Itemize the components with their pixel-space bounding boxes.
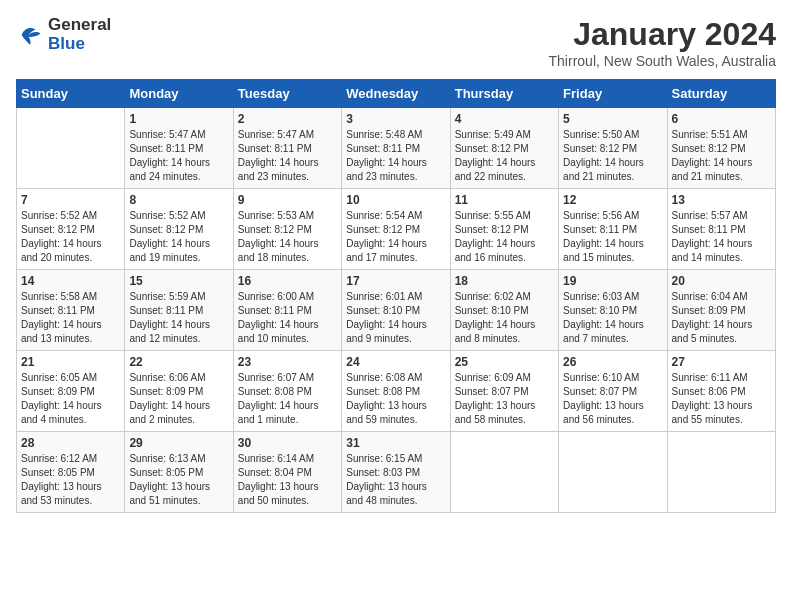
day-info: Sunrise: 6:05 AM Sunset: 8:09 PM Dayligh… xyxy=(21,371,120,427)
day-number: 11 xyxy=(455,193,554,207)
calendar-cell: 2Sunrise: 5:47 AM Sunset: 8:11 PM Daylig… xyxy=(233,108,341,189)
day-number: 7 xyxy=(21,193,120,207)
calendar-cell: 5Sunrise: 5:50 AM Sunset: 8:12 PM Daylig… xyxy=(559,108,667,189)
day-info: Sunrise: 6:03 AM Sunset: 8:10 PM Dayligh… xyxy=(563,290,662,346)
day-info: Sunrise: 6:00 AM Sunset: 8:11 PM Dayligh… xyxy=(238,290,337,346)
day-info: Sunrise: 6:04 AM Sunset: 8:09 PM Dayligh… xyxy=(672,290,771,346)
day-number: 14 xyxy=(21,274,120,288)
calendar-cell: 6Sunrise: 5:51 AM Sunset: 8:12 PM Daylig… xyxy=(667,108,775,189)
day-info: Sunrise: 5:51 AM Sunset: 8:12 PM Dayligh… xyxy=(672,128,771,184)
calendar-cell: 26Sunrise: 6:10 AM Sunset: 8:07 PM Dayli… xyxy=(559,351,667,432)
calendar-header-row: SundayMondayTuesdayWednesdayThursdayFrid… xyxy=(17,80,776,108)
day-info: Sunrise: 5:53 AM Sunset: 8:12 PM Dayligh… xyxy=(238,209,337,265)
calendar-cell: 12Sunrise: 5:56 AM Sunset: 8:11 PM Dayli… xyxy=(559,189,667,270)
day-number: 2 xyxy=(238,112,337,126)
calendar-cell: 19Sunrise: 6:03 AM Sunset: 8:10 PM Dayli… xyxy=(559,270,667,351)
calendar-week-row: 21Sunrise: 6:05 AM Sunset: 8:09 PM Dayli… xyxy=(17,351,776,432)
day-number: 16 xyxy=(238,274,337,288)
day-number: 29 xyxy=(129,436,228,450)
day-number: 19 xyxy=(563,274,662,288)
calendar-cell xyxy=(450,432,558,513)
calendar-cell: 16Sunrise: 6:00 AM Sunset: 8:11 PM Dayli… xyxy=(233,270,341,351)
calendar-cell: 15Sunrise: 5:59 AM Sunset: 8:11 PM Dayli… xyxy=(125,270,233,351)
calendar-cell: 24Sunrise: 6:08 AM Sunset: 8:08 PM Dayli… xyxy=(342,351,450,432)
day-number: 4 xyxy=(455,112,554,126)
calendar-cell: 25Sunrise: 6:09 AM Sunset: 8:07 PM Dayli… xyxy=(450,351,558,432)
day-number: 30 xyxy=(238,436,337,450)
calendar-cell: 17Sunrise: 6:01 AM Sunset: 8:10 PM Dayli… xyxy=(342,270,450,351)
col-header-monday: Monday xyxy=(125,80,233,108)
day-number: 20 xyxy=(672,274,771,288)
calendar-cell: 13Sunrise: 5:57 AM Sunset: 8:11 PM Dayli… xyxy=(667,189,775,270)
col-header-tuesday: Tuesday xyxy=(233,80,341,108)
calendar-cell: 14Sunrise: 5:58 AM Sunset: 8:11 PM Dayli… xyxy=(17,270,125,351)
day-number: 28 xyxy=(21,436,120,450)
day-number: 21 xyxy=(21,355,120,369)
calendar-table: SundayMondayTuesdayWednesdayThursdayFrid… xyxy=(16,79,776,513)
day-number: 13 xyxy=(672,193,771,207)
day-info: Sunrise: 5:52 AM Sunset: 8:12 PM Dayligh… xyxy=(21,209,120,265)
calendar-cell: 10Sunrise: 5:54 AM Sunset: 8:12 PM Dayli… xyxy=(342,189,450,270)
day-info: Sunrise: 6:09 AM Sunset: 8:07 PM Dayligh… xyxy=(455,371,554,427)
calendar-cell xyxy=(559,432,667,513)
day-number: 1 xyxy=(129,112,228,126)
day-number: 26 xyxy=(563,355,662,369)
logo-text-blue: Blue xyxy=(48,35,111,54)
day-number: 5 xyxy=(563,112,662,126)
day-info: Sunrise: 5:59 AM Sunset: 8:11 PM Dayligh… xyxy=(129,290,228,346)
day-info: Sunrise: 5:50 AM Sunset: 8:12 PM Dayligh… xyxy=(563,128,662,184)
day-number: 10 xyxy=(346,193,445,207)
day-info: Sunrise: 6:06 AM Sunset: 8:09 PM Dayligh… xyxy=(129,371,228,427)
day-number: 27 xyxy=(672,355,771,369)
calendar-cell: 20Sunrise: 6:04 AM Sunset: 8:09 PM Dayli… xyxy=(667,270,775,351)
month-year-title: January 2024 xyxy=(549,16,776,53)
col-header-friday: Friday xyxy=(559,80,667,108)
calendar-cell: 11Sunrise: 5:55 AM Sunset: 8:12 PM Dayli… xyxy=(450,189,558,270)
day-info: Sunrise: 6:11 AM Sunset: 8:06 PM Dayligh… xyxy=(672,371,771,427)
calendar-cell: 23Sunrise: 6:07 AM Sunset: 8:08 PM Dayli… xyxy=(233,351,341,432)
day-info: Sunrise: 6:15 AM Sunset: 8:03 PM Dayligh… xyxy=(346,452,445,508)
calendar-cell: 18Sunrise: 6:02 AM Sunset: 8:10 PM Dayli… xyxy=(450,270,558,351)
calendar-week-row: 28Sunrise: 6:12 AM Sunset: 8:05 PM Dayli… xyxy=(17,432,776,513)
logo-text-general: General xyxy=(48,16,111,35)
day-info: Sunrise: 6:13 AM Sunset: 8:05 PM Dayligh… xyxy=(129,452,228,508)
calendar-cell: 21Sunrise: 6:05 AM Sunset: 8:09 PM Dayli… xyxy=(17,351,125,432)
day-info: Sunrise: 5:47 AM Sunset: 8:11 PM Dayligh… xyxy=(238,128,337,184)
calendar-week-row: 1Sunrise: 5:47 AM Sunset: 8:11 PM Daylig… xyxy=(17,108,776,189)
day-info: Sunrise: 6:12 AM Sunset: 8:05 PM Dayligh… xyxy=(21,452,120,508)
day-info: Sunrise: 6:02 AM Sunset: 8:10 PM Dayligh… xyxy=(455,290,554,346)
calendar-cell: 22Sunrise: 6:06 AM Sunset: 8:09 PM Dayli… xyxy=(125,351,233,432)
title-block: January 2024 Thirroul, New South Wales, … xyxy=(549,16,776,69)
day-info: Sunrise: 5:48 AM Sunset: 8:11 PM Dayligh… xyxy=(346,128,445,184)
day-number: 8 xyxy=(129,193,228,207)
calendar-cell: 1Sunrise: 5:47 AM Sunset: 8:11 PM Daylig… xyxy=(125,108,233,189)
col-header-sunday: Sunday xyxy=(17,80,125,108)
page-header: General Blue January 2024 Thirroul, New … xyxy=(16,16,776,69)
day-number: 25 xyxy=(455,355,554,369)
day-number: 17 xyxy=(346,274,445,288)
day-number: 24 xyxy=(346,355,445,369)
day-info: Sunrise: 5:55 AM Sunset: 8:12 PM Dayligh… xyxy=(455,209,554,265)
day-info: Sunrise: 5:52 AM Sunset: 8:12 PM Dayligh… xyxy=(129,209,228,265)
day-number: 6 xyxy=(672,112,771,126)
calendar-week-row: 14Sunrise: 5:58 AM Sunset: 8:11 PM Dayli… xyxy=(17,270,776,351)
calendar-cell: 27Sunrise: 6:11 AM Sunset: 8:06 PM Dayli… xyxy=(667,351,775,432)
day-number: 15 xyxy=(129,274,228,288)
location-subtitle: Thirroul, New South Wales, Australia xyxy=(549,53,776,69)
calendar-cell: 7Sunrise: 5:52 AM Sunset: 8:12 PM Daylig… xyxy=(17,189,125,270)
day-number: 12 xyxy=(563,193,662,207)
day-info: Sunrise: 5:49 AM Sunset: 8:12 PM Dayligh… xyxy=(455,128,554,184)
day-number: 23 xyxy=(238,355,337,369)
calendar-cell: 29Sunrise: 6:13 AM Sunset: 8:05 PM Dayli… xyxy=(125,432,233,513)
calendar-week-row: 7Sunrise: 5:52 AM Sunset: 8:12 PM Daylig… xyxy=(17,189,776,270)
calendar-cell xyxy=(667,432,775,513)
day-info: Sunrise: 5:54 AM Sunset: 8:12 PM Dayligh… xyxy=(346,209,445,265)
calendar-cell xyxy=(17,108,125,189)
calendar-cell: 8Sunrise: 5:52 AM Sunset: 8:12 PM Daylig… xyxy=(125,189,233,270)
day-info: Sunrise: 6:10 AM Sunset: 8:07 PM Dayligh… xyxy=(563,371,662,427)
day-number: 31 xyxy=(346,436,445,450)
day-info: Sunrise: 5:58 AM Sunset: 8:11 PM Dayligh… xyxy=(21,290,120,346)
logo-bird-icon xyxy=(16,21,44,49)
day-number: 3 xyxy=(346,112,445,126)
col-header-wednesday: Wednesday xyxy=(342,80,450,108)
